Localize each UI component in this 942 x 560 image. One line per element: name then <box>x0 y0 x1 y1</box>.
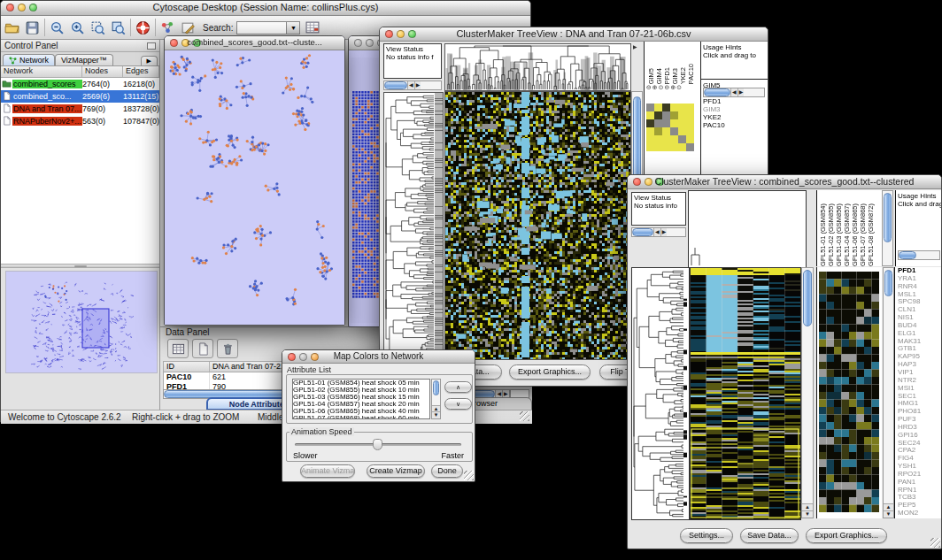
summary-cell[interactable] <box>670 119 678 127</box>
dialog-button-animate-vizmap[interactable]: Animate Vizmap <box>300 464 355 478</box>
summary-heatmap-canvas[interactable] <box>819 272 879 512</box>
summary-cell[interactable] <box>686 104 694 111</box>
summary-cell[interactable] <box>686 143 694 151</box>
gene-label[interactable]: KAP95 <box>898 353 942 361</box>
summary-cell[interactable] <box>686 119 694 127</box>
gene-label[interactable]: NIS1 <box>898 314 942 322</box>
gene-label[interactable]: MSL1 <box>898 291 942 299</box>
minimize-button[interactable] <box>366 39 374 47</box>
scroll-up-icon[interactable]: ▲ <box>884 503 893 510</box>
summary-cell[interactable] <box>678 135 686 143</box>
help-icon[interactable] <box>135 20 151 35</box>
gene-dendrogram-canvas[interactable] <box>631 267 690 520</box>
gene-label[interactable]: PHO81 <box>898 408 942 416</box>
gene-label[interactable]: CPA2 <box>898 447 942 455</box>
summary-cell[interactable] <box>654 119 662 127</box>
summary-cell[interactable] <box>678 119 686 127</box>
network-tree-table[interactable]: combined_scores2764(0)16218(0)combined_s… <box>1 78 159 264</box>
move-up-button[interactable]: ∧ <box>444 381 472 393</box>
summary-cell[interactable] <box>646 127 654 135</box>
attribute-list-scrollbar[interactable]: ▲ ▼ <box>431 379 441 419</box>
summary-cell[interactable] <box>646 143 654 151</box>
scroll-up-icon[interactable]: ▲ <box>802 503 813 510</box>
gene-label[interactable]: YKE2 <box>703 113 768 121</box>
gene-label[interactable]: PAC10 <box>703 121 768 129</box>
scroll-down-icon[interactable]: ▼ <box>432 411 440 418</box>
summary-cell[interactable] <box>678 143 686 151</box>
summary-cell[interactable] <box>646 119 654 127</box>
move-down-button[interactable]: ∨ <box>444 398 472 410</box>
summary-cell[interactable] <box>662 143 670 151</box>
gene-label[interactable]: GPI16 <box>898 432 942 440</box>
col-nodes[interactable]: Nodes <box>82 66 123 77</box>
gene-label[interactable]: TCB3 <box>898 494 942 502</box>
array-label-scrollbar[interactable] <box>882 190 893 266</box>
gene-label[interactable]: HMG1 <box>898 400 942 408</box>
heatmap-vscrollbar[interactable]: ▲ ▼ <box>801 267 814 518</box>
treeview2-button-2[interactable]: Export Graphics... <box>806 528 887 543</box>
col-edges[interactable]: Edges <box>123 66 159 77</box>
gene-dendrogram-canvas[interactable] <box>383 92 444 360</box>
scroll-left-icon[interactable]: ◀ <box>407 81 414 89</box>
search-dropdown-button[interactable]: ▼ <box>287 21 300 35</box>
gene-label[interactable]: PUF3 <box>898 416 942 424</box>
treeview2-button-0[interactable]: Settings... <box>680 528 733 543</box>
scroll-down-icon[interactable]: ▼ <box>802 510 813 518</box>
attribute-table-icon[interactable] <box>305 20 320 35</box>
summary-cell[interactable] <box>646 104 654 111</box>
close-button[interactable] <box>354 39 362 47</box>
treeview2-button-1[interactable]: Save Data... <box>740 528 799 543</box>
panel-splitter[interactable] <box>1 264 159 268</box>
attribute-select-button[interactable] <box>167 339 189 358</box>
summary-cell[interactable] <box>646 111 654 119</box>
usage-hints-scrollbar[interactable] <box>898 250 940 260</box>
expression-heatmap-canvas[interactable] <box>444 91 631 360</box>
main-titlebar[interactable]: Cytoscape Desktop (Session Name: collins… <box>1 1 530 16</box>
tab-network[interactable]: Network <box>3 54 55 65</box>
summary-cell[interactable] <box>654 104 662 111</box>
gene-label[interactable]: CLN1 <box>898 306 942 314</box>
summary-cell[interactable] <box>662 111 670 119</box>
network-canvas[interactable] <box>165 50 344 325</box>
scroll-right-icon[interactable]: ▶ <box>660 228 668 236</box>
network-table-row[interactable]: combined_sco...2569(6)13112(15) <box>1 90 159 103</box>
gene-label[interactable]: MSI1 <box>898 385 942 393</box>
summary-cell[interactable] <box>654 135 662 143</box>
annotation-icon[interactable] <box>181 20 196 35</box>
gene-label[interactable]: YSH1 <box>898 463 942 471</box>
summary-cell[interactable] <box>654 111 662 119</box>
view-status-scrollbar[interactable]: ◀ ▶ <box>383 81 442 90</box>
summary-cell[interactable] <box>646 135 654 143</box>
network-table-row[interactable]: RNAPuberNov2+...563(0)107847(0) <box>1 115 159 127</box>
gene-label[interactable]: PFD1 <box>898 267 942 275</box>
tab-vizmapper[interactable]: VizMapper™ <box>55 54 113 65</box>
gene-label[interactable]: PFD1 <box>703 97 768 105</box>
gene-label[interactable]: YRA1 <box>898 275 942 283</box>
scroll-right-icon[interactable]: ▶ <box>414 81 421 89</box>
summary-cell[interactable] <box>678 127 686 135</box>
dense-network-canvas[interactable] <box>351 58 382 323</box>
view-status-scrollbar[interactable]: ◀ ▶ <box>631 227 686 237</box>
gene-label[interactable]: SEC1 <box>898 393 942 401</box>
gene-label[interactable]: FIG4 <box>898 455 942 463</box>
col-id[interactable]: ID <box>164 362 210 372</box>
summary-cell[interactable] <box>686 135 694 143</box>
summary-cell[interactable] <box>654 127 662 135</box>
summary-cell[interactable] <box>662 135 670 143</box>
node-views-icon[interactable] <box>160 20 175 35</box>
attribute-list[interactable]: GPL51-01 (GSM854) heat shock 05 minGPL51… <box>292 379 430 419</box>
network-view-titlebar[interactable]: combined_scores_good.txt--cluste... <box>165 36 344 50</box>
dialog-button-done[interactable]: Done <box>431 464 463 478</box>
summary-cell[interactable] <box>670 143 678 151</box>
gene-label[interactable]: NTR2 <box>898 377 942 385</box>
gene-label[interactable]: RNR4 <box>898 283 942 291</box>
treeview1-titlebar[interactable]: ClusterMaker TreeView : DNA and Tran 07-… <box>380 27 768 42</box>
treeview1-button-1[interactable]: Export Graphics... <box>509 364 591 380</box>
summary-cell[interactable] <box>678 104 686 111</box>
gene-label[interactable]: PEP5 <box>898 502 942 510</box>
summary-heatmap[interactable] <box>646 104 694 151</box>
open-icon[interactable] <box>4 20 19 35</box>
col-network[interactable]: Network <box>1 66 82 77</box>
gene-label[interactable]: HAP3 <box>898 361 942 369</box>
summary-cell[interactable] <box>662 104 670 111</box>
